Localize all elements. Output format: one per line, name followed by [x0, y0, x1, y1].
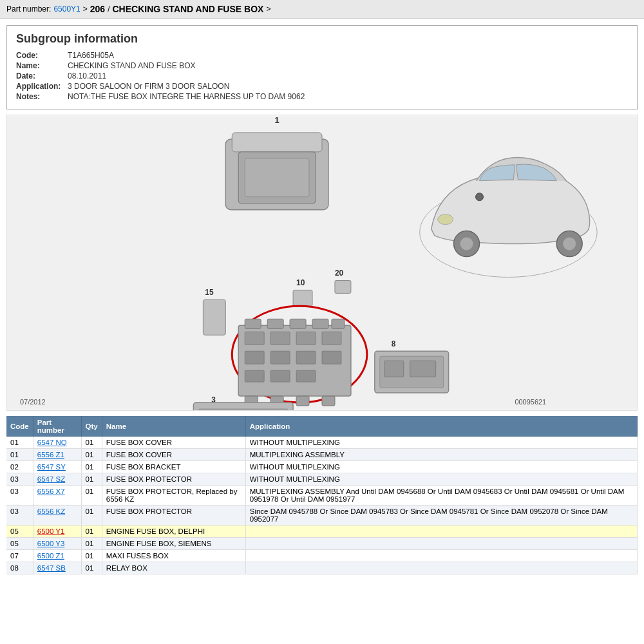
cell-code: 03 — [6, 486, 33, 506]
svg-rect-30 — [322, 351, 341, 364]
svg-rect-41 — [384, 361, 404, 377]
diagram-svg: 1 15 10 20 — [7, 115, 637, 410]
notes-value: NOTA:THE FUSE BOX INTEGRE THE HARNESS UP… — [68, 92, 305, 101]
label-8: 8 — [392, 339, 396, 348]
cell-code: 03 — [6, 506, 33, 526]
cell-name: FUSE BOX BRACKET — [102, 461, 245, 473]
svg-rect-15 — [335, 280, 351, 293]
info-row-name: Name: CHECKING STAND AND FUSE BOX — [16, 61, 628, 70]
part-number-link[interactable]: 6547 SY — [37, 463, 66, 471]
svg-rect-19 — [267, 319, 283, 328]
cell-part-number[interactable]: 6547 SZ — [33, 473, 81, 486]
part-5-engine-fuse-box: 5 — [238, 319, 351, 410]
cell-part-number[interactable]: 6547 NQ — [33, 437, 81, 449]
cell-application — [245, 538, 637, 550]
table-row: 036547 SZ01FUSE BOX PROTECTORWITHOUT MUL… — [6, 473, 638, 486]
col-header-qty: Qty — [81, 416, 102, 437]
svg-rect-24 — [270, 332, 290, 345]
part-number-link[interactable]: 6556 X7 — [37, 488, 65, 495]
svg-rect-28 — [270, 351, 290, 364]
parts-table: Code Part number Qty Name Application 01… — [6, 416, 638, 574]
cell-application: Since DAM 0945788 Or Since DAM 0945783 O… — [245, 506, 637, 526]
svg-rect-31 — [245, 370, 264, 382]
svg-point-5 — [563, 238, 576, 251]
part-3 — [193, 402, 293, 410]
svg-rect-23 — [245, 332, 264, 345]
cell-part-number[interactable]: 6547 SY — [33, 461, 81, 473]
svg-rect-32 — [270, 370, 290, 382]
part-number-link[interactable]: 6547 NQ — [37, 439, 67, 446]
cell-name: FUSE BOX COVER — [102, 449, 245, 461]
header-separator1: > — [83, 5, 88, 14]
svg-rect-14 — [293, 290, 312, 306]
name-value: CHECKING STAND AND FUSE BOX — [68, 61, 195, 70]
code-value: T1A665H05A — [68, 51, 114, 60]
part-number-label: Part number: — [6, 5, 51, 14]
part-number-link[interactable]: 6556 Z1 — [37, 451, 64, 459]
cell-qty: 01 — [81, 506, 102, 526]
cell-name: FUSE BOX PROTECTOR — [102, 473, 245, 486]
info-row-date: Date: 08.10.2011 — [16, 71, 628, 80]
table-row: 036556 KZ01FUSE BOX PROTECTORSince DAM 0… — [6, 506, 638, 526]
table-row: 076500 Z101MAXI FUSES BOX — [6, 550, 638, 562]
svg-rect-26 — [322, 332, 341, 345]
table-body: 016547 NQ01FUSE BOX COVERWITHOUT MULTIPL… — [6, 437, 638, 574]
part-number-link[interactable]: 6547 SB — [37, 564, 66, 572]
part-number-link[interactable]: 6500 Y3 — [37, 540, 65, 547]
part-number-circled-link[interactable]: 6500 Y1 — [37, 527, 65, 535]
name-label: Name: — [16, 61, 68, 70]
cell-qty: 01 — [81, 526, 102, 538]
info-row-code: Code: T1A665H05A — [16, 51, 628, 60]
cell-name: ENGINE FUSE BOX, DELPHI — [102, 526, 245, 538]
part-number-link[interactable]: 6547 SZ — [37, 475, 65, 483]
svg-rect-18 — [245, 319, 261, 328]
cell-part-number[interactable]: 6500 Y3 — [33, 538, 81, 550]
part-number-link[interactable]: 6556 KZ — [37, 507, 65, 515]
svg-rect-29 — [296, 351, 316, 364]
date-value: 08.10.2011 — [68, 71, 106, 80]
cell-qty: 01 — [81, 538, 102, 550]
notes-label: Notes: — [16, 92, 68, 101]
cell-part-number[interactable]: 6556 X7 — [33, 486, 81, 506]
svg-rect-33 — [296, 370, 316, 382]
application-value: 3 DOOR SALOON Or FIRM 3 DOOR SALOON — [68, 82, 229, 91]
info-row-notes: Notes: NOTA:THE FUSE BOX INTEGRE THE HAR… — [16, 92, 628, 101]
cell-code: 05 — [6, 526, 33, 538]
table-row: 086547 SB01RELAY BOX — [6, 562, 638, 574]
header-separator2: / — [108, 5, 109, 14]
cell-name: ENGINE FUSE BOX, SIEMENS — [102, 538, 245, 550]
cell-code: 08 — [6, 562, 33, 574]
subgroup-info-box: Subgroup information Code: T1A665H05A Na… — [6, 25, 638, 109]
cell-part-number[interactable]: 6556 Z1 — [33, 449, 81, 461]
cell-qty: 01 — [81, 486, 102, 506]
cell-application — [245, 550, 637, 562]
cell-part-number[interactable]: 6500 Y1 — [33, 526, 81, 538]
cell-application: MULTIPLEXING ASSEMBLY — [245, 449, 637, 461]
svg-rect-42 — [410, 361, 436, 377]
page-title: CHECKING STAND AND FUSE BOX — [112, 4, 263, 14]
subgroup-info-table: Code: T1A665H05A Name: CHECKING STAND AN… — [16, 51, 628, 101]
label-10: 10 — [296, 278, 305, 287]
cell-part-number[interactable]: 6547 SB — [33, 562, 81, 574]
cell-qty: 01 — [81, 449, 102, 461]
part-number-link[interactable]: 6500 Z1 — [37, 552, 64, 560]
svg-rect-11 — [245, 158, 309, 197]
table-row: 056500 Y101ENGINE FUSE BOX, DELPHI — [6, 526, 638, 538]
cell-application: MULTIPLEXING ASSEMBLY And Until DAM 0945… — [245, 486, 637, 506]
cell-part-number[interactable]: 6500 Z1 — [33, 550, 81, 562]
table-row: 016547 NQ01FUSE BOX COVERWITHOUT MULTIPL… — [6, 437, 638, 449]
cell-code: 05 — [6, 538, 33, 550]
label-20: 20 — [335, 269, 344, 278]
diagram-ref: 00095621 — [515, 398, 546, 406]
cell-code: 01 — [6, 449, 33, 461]
cell-application: WITHOUT MULTIPLEXING — [245, 461, 637, 473]
cell-name: MAXI FUSES BOX — [102, 550, 245, 562]
cell-code: 01 — [6, 437, 33, 449]
cell-name: FUSE BOX PROTECTOR — [102, 506, 245, 526]
cell-part-number[interactable]: 6556 KZ — [33, 506, 81, 526]
part-number-link[interactable]: 6500Y1 — [53, 5, 80, 14]
svg-point-3 — [460, 238, 473, 251]
info-row-application: Application: 3 DOOR SALOON Or FIRM 3 DOO… — [16, 82, 628, 91]
cell-qty: 01 — [81, 473, 102, 486]
cell-qty: 01 — [81, 550, 102, 562]
